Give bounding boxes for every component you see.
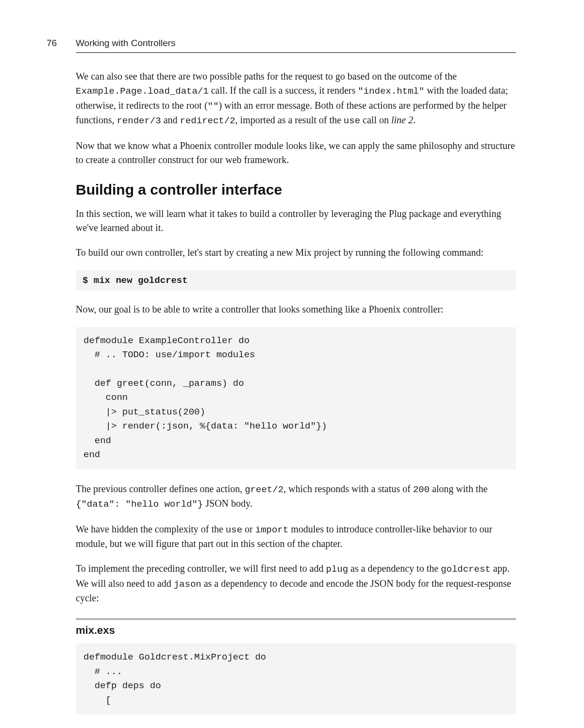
inline-code: goldcrest [441, 564, 491, 575]
inline-code: use [226, 525, 242, 535]
text: along with the [430, 483, 487, 494]
code-block-1: defmodule ExampleController do # .. TODO… [76, 327, 516, 469]
inline-code: "index.html" [358, 86, 424, 97]
text: and [161, 115, 180, 125]
paragraph-5: Now, our goal is to be able to write a c… [76, 302, 516, 316]
page-number: 76 [47, 38, 76, 49]
file-name-heading: mix.exs [76, 624, 516, 637]
command-block: $ mix new goldcrest [76, 270, 516, 291]
inline-code: use [344, 116, 360, 126]
text: or [242, 524, 255, 534]
inline-code: import [255, 525, 288, 535]
text: The previous controller defines one acti… [76, 483, 245, 494]
inline-code: render/3 [117, 116, 161, 126]
inline-code: Example.Page.load_data/1 [76, 86, 209, 97]
paragraph-2: Now that we know what a Phoenix controll… [76, 139, 516, 167]
page-content: We can also see that there are two possi… [76, 69, 516, 714]
paragraph-1: We can also see that there are two possi… [76, 69, 516, 128]
text: We have hidden the complexity of the [76, 524, 226, 534]
section-heading: Building a controller interface [76, 182, 516, 198]
inline-code: jason [174, 579, 201, 590]
text: , imported as a result of the [235, 115, 344, 125]
paragraph-7: We have hidden the complexity of the use… [76, 522, 516, 551]
code-block-2: defmodule Goldcrest.MixProject do # ... … [76, 644, 516, 714]
inline-code: plug [326, 564, 348, 575]
page-container: 76 Working with Controllers We can also … [0, 0, 584, 728]
text: We can also see that there are two possi… [76, 71, 457, 82]
inline-code: redirect/2 [180, 116, 235, 126]
paragraph-8: To implement the preceding controller, w… [76, 562, 516, 605]
paragraph-6: The previous controller defines one acti… [76, 482, 516, 512]
paragraph-3: In this section, we will learn what it t… [76, 207, 516, 235]
paragraph-4: To build our own controller, let's start… [76, 246, 516, 260]
text: JSON body. [203, 498, 252, 509]
inline-code: "" [208, 101, 219, 112]
text: . [413, 115, 416, 125]
page-header: 76 Working with Controllers [47, 38, 516, 49]
text: call on [360, 115, 391, 125]
text: , which responds with a status of [284, 483, 413, 494]
inline-code: 200 [413, 484, 430, 495]
inline-code: greet/2 [245, 484, 284, 495]
header-rule [76, 52, 516, 53]
inline-code: {"data": "hello world"} [76, 499, 203, 510]
running-head: Working with Controllers [76, 38, 176, 49]
text: call. If the call is a success, it rende… [209, 85, 358, 96]
file-rule [76, 619, 516, 619]
text: To implement the preceding controller, w… [76, 563, 326, 574]
text: as a dependency to the [348, 563, 441, 574]
italic-text: line 2 [391, 115, 413, 125]
